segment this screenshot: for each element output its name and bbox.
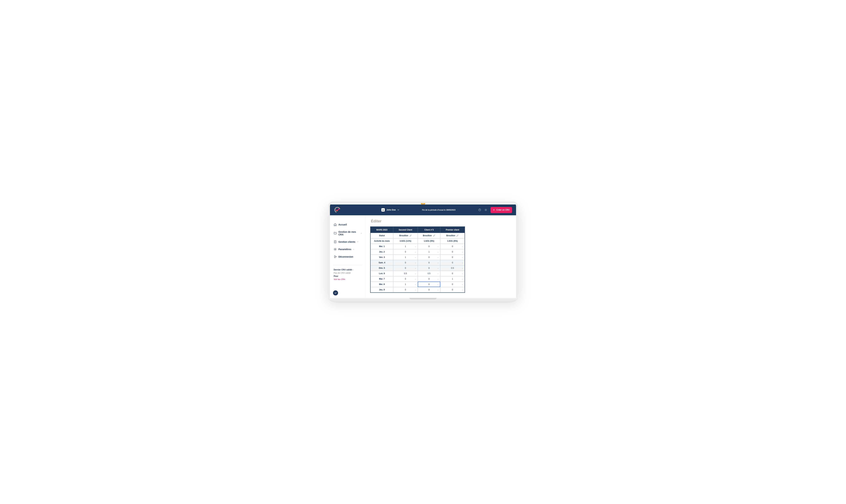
- day-value-select[interactable]: 0⌄: [418, 260, 440, 265]
- activity-cell: 1.5/31 (5%): [418, 238, 440, 244]
- create-cra-label: Créer un CRA: [496, 209, 510, 211]
- day-value-select[interactable]: 1⌄: [393, 244, 418, 249]
- trial-period-text: Fin de la période d'essai le 28/05/2023: [403, 209, 475, 211]
- sidebar-item-label: Déconnexion: [338, 255, 353, 258]
- chevron-down-icon: ⌄: [462, 278, 463, 280]
- double-check-icon: [334, 292, 337, 294]
- day-value-select[interactable]: 0⌄: [418, 244, 440, 249]
- chevron-down-icon: ⌄: [437, 246, 439, 247]
- chevron-down-icon: ⌄: [462, 246, 463, 247]
- chevron-down-icon: ⌄: [437, 289, 439, 291]
- logout-icon: [334, 255, 337, 258]
- sidebar-item-logout[interactable]: Déconnexion: [333, 253, 362, 260]
- gear-icon: [334, 248, 337, 251]
- client-header: Second Client: [393, 227, 418, 233]
- day-value-select[interactable]: 1⌄: [393, 254, 418, 260]
- chevron-down-icon: ⌄: [415, 262, 416, 264]
- floating-action-button[interactable]: [333, 290, 338, 295]
- day-value-select[interactable]: 0⌄: [393, 249, 418, 254]
- period-header: MARS 2023: [371, 227, 393, 233]
- day-value-select[interactable]: 0⌄: [440, 282, 465, 287]
- day-value-select[interactable]: 0⌄: [418, 282, 440, 287]
- chevron-down-icon: ⌄: [462, 284, 463, 285]
- chevron-down-icon: ⌄: [462, 273, 463, 274]
- day-label: Jeu. 2: [371, 249, 393, 254]
- chevron-right-icon: ›: [357, 241, 358, 243]
- day-value-select[interactable]: 0⌄: [440, 249, 465, 254]
- pencil-icon: [433, 235, 435, 237]
- svg-point-1: [337, 210, 337, 211]
- day-label: Mar. 7: [371, 276, 393, 282]
- day-value-select[interactable]: 0⌄: [440, 260, 465, 265]
- chevron-down-icon: ⌄: [415, 289, 416, 291]
- building-icon: [334, 240, 337, 244]
- status-cell[interactable]: Brouillon: [418, 233, 440, 238]
- day-value-select[interactable]: 0⌄: [393, 276, 418, 282]
- help-icon[interactable]: [478, 209, 481, 211]
- day-value-select[interactable]: 0.5⌄: [393, 271, 418, 276]
- day-label: Ven. 3: [371, 254, 393, 260]
- day-value-select[interactable]: 0⌄: [440, 271, 465, 276]
- sidebar-item-settings[interactable]: Paramètres ›: [333, 246, 362, 252]
- day-value-select[interactable]: 0⌄: [440, 287, 465, 292]
- app-header: John Doe Fin de la période d'essai le 28…: [330, 204, 516, 215]
- pencil-icon: [410, 235, 412, 237]
- day-value-select[interactable]: 0⌄: [418, 287, 440, 292]
- gear-icon[interactable]: [484, 209, 487, 211]
- laptop-base: [328, 298, 518, 303]
- divider: [333, 265, 362, 265]
- chevron-down-icon: ⌄: [415, 267, 416, 269]
- last-cra-for-label: Pour: [334, 275, 362, 278]
- day-value-select[interactable]: 0⌄: [418, 254, 440, 260]
- view-cra-link[interactable]: Voir les CRA: [334, 278, 362, 281]
- laptop-camera: [423, 202, 423, 203]
- day-value-select[interactable]: 0⌄: [440, 244, 465, 249]
- chevron-down-icon: [398, 210, 399, 210]
- day-value-select[interactable]: 0.5⌄: [418, 271, 440, 276]
- sidebar: Accueil Gestion de mes CRA ›: [330, 215, 366, 298]
- chevron-down-icon: ⌄: [437, 278, 439, 280]
- sidebar-item-label: Gestion de mes CRA: [338, 231, 359, 236]
- day-label: Sam. 4: [371, 260, 393, 265]
- activity-cell: 3.5/31 (11%): [393, 238, 418, 244]
- main-content: Éditer MARS 2023 Second Client Client n°…: [366, 215, 516, 298]
- chevron-down-icon: ⌄: [415, 256, 416, 258]
- chevron-down-icon: ⌄: [462, 267, 463, 269]
- client-header: Client n°3: [418, 227, 440, 233]
- chevron-down-icon: ⌄: [462, 251, 463, 253]
- folder-icon: [334, 232, 337, 235]
- sidebar-item-label: Paramètres: [338, 248, 351, 251]
- app-logo: [334, 206, 341, 213]
- day-value-select[interactable]: 0⌄: [418, 276, 440, 282]
- day-value-select[interactable]: 1⌄: [393, 282, 418, 287]
- chevron-down-icon: ⌄: [415, 273, 416, 274]
- last-validated-cra: Dernier CRA validé : Pas de CRA validé P…: [333, 268, 362, 281]
- user-icon: [381, 208, 385, 212]
- chevron-down-icon: ⌄: [437, 267, 439, 269]
- svg-point-5: [486, 210, 486, 210]
- pencil-icon: [457, 235, 459, 237]
- status-cell[interactable]: Brouillon: [393, 233, 418, 238]
- user-menu[interactable]: John Doe: [381, 208, 399, 212]
- svg-rect-6: [334, 241, 336, 243]
- chevron-down-icon: ⌄: [415, 251, 416, 253]
- svg-point-2: [383, 209, 383, 210]
- chevron-down-icon: ⌄: [415, 278, 416, 280]
- day-value-select[interactable]: 0⌄: [393, 260, 418, 265]
- day-value-select[interactable]: 1⌄: [418, 249, 440, 254]
- day-value-select[interactable]: 0⌄: [393, 287, 418, 292]
- sidebar-item-cra[interactable]: Gestion de mes CRA ›: [333, 229, 362, 238]
- day-label: Jeu. 9: [371, 287, 393, 292]
- chevron-down-icon: ⌄: [415, 284, 416, 285]
- day-value-select[interactable]: 0⌄: [418, 265, 440, 271]
- day-value-select[interactable]: 0⌄: [393, 265, 418, 271]
- chevron-down-icon: ⌄: [462, 289, 463, 291]
- day-value-select[interactable]: 1⌄: [440, 276, 465, 282]
- day-value-select[interactable]: 0⌄: [440, 254, 465, 260]
- user-name: John Doe: [386, 209, 396, 211]
- sidebar-item-clients[interactable]: Gestion clients ›: [333, 239, 362, 245]
- sidebar-item-home[interactable]: Accueil: [333, 221, 362, 228]
- status-cell[interactable]: Brouillon: [440, 233, 465, 238]
- day-value-select[interactable]: 0.5⌄: [440, 265, 465, 271]
- create-cra-button[interactable]: Créer un CRA: [491, 207, 512, 213]
